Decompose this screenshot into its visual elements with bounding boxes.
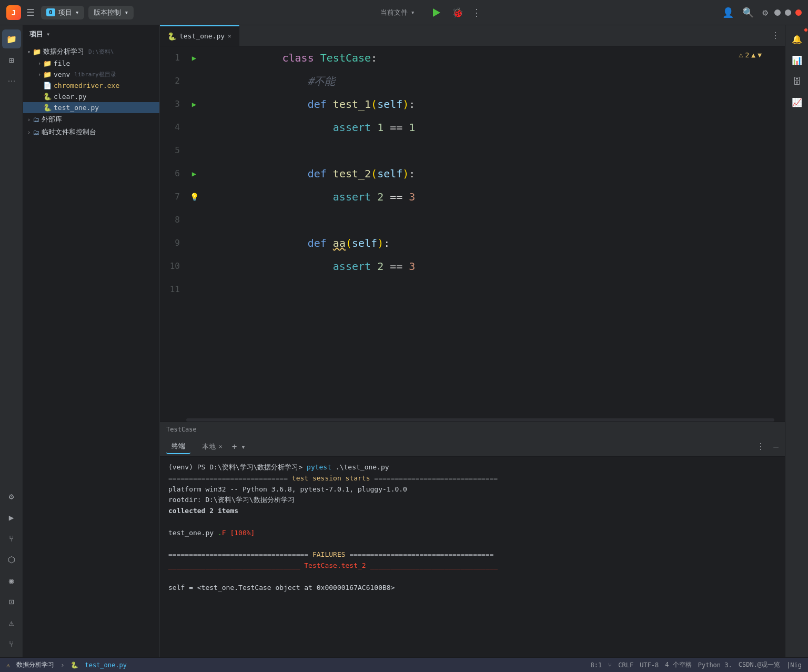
tree-chevron-icon: ›: [38, 61, 41, 66]
code-line-11: 11: [160, 278, 785, 301]
code-lines: 1 ▶ class TestCase: 2 #不能: [160, 46, 785, 422]
line-number-10: 10: [160, 255, 186, 278]
sidebar-item-packages[interactable]: ⬡: [2, 550, 21, 569]
bulb-icon[interactable]: 💡: [190, 185, 199, 208]
sidebar-item-git2[interactable]: ⑂: [2, 634, 21, 653]
search-button[interactable]: 🔍: [742, 7, 754, 18]
file-tree-header[interactable]: 项目 ▾: [23, 25, 159, 43]
current-file-selector[interactable]: 当前文件 ▾: [375, 6, 420, 19]
code-line-7: 7 💡 assert 2 == 3: [160, 185, 785, 208]
status-git-icon: ⑂: [608, 661, 612, 669]
vcs-selector[interactable]: 版本控制 ▾: [88, 6, 134, 19]
run-button[interactable]: [429, 5, 443, 20]
sidebar-item-run[interactable]: ▶: [2, 508, 21, 527]
sidebar-item-terminal[interactable]: ⊡: [2, 592, 21, 611]
terminal-chevron-icon[interactable]: ▾: [241, 443, 245, 451]
tab-more-button[interactable]: ⋮: [766, 25, 785, 46]
status-position[interactable]: 8:1: [591, 661, 602, 669]
run-gutter-icon-1[interactable]: ▶: [192, 46, 196, 69]
terminal-panel: 终端 本地 ✕ + ▾ ⋮ — (venv) PS D:\资料\学习\数据分析学…: [160, 436, 785, 657]
terminal-tab-bar: 终端 本地 ✕ + ▾ ⋮ —: [160, 437, 785, 457]
terminal-line-test-sep: ________________________________ TestCas…: [168, 560, 776, 571]
keyword-assert-10: assert: [333, 260, 371, 273]
line-gutter-1[interactable]: ▶: [186, 46, 202, 69]
tree-item-root-label: 数据分析学习: [43, 47, 84, 56]
status-file-label[interactable]: test_one.py: [85, 661, 126, 669]
tree-item-scratch-files-label: 临时文件和控制台: [42, 127, 96, 137]
tab-test-one-py[interactable]: 🐍 test_one.py ✕: [160, 25, 239, 46]
terminal-line-cmd: (venv) PS D:\资料\学习\数据分析学习> pytest .\test…: [168, 462, 776, 473]
hamburger-menu-icon[interactable]: ☰: [26, 7, 35, 18]
tree-item-test-one-py[interactable]: 🐍 test_one.py: [23, 102, 159, 113]
tree-item-clear-py[interactable]: 🐍 clear.py: [23, 91, 159, 102]
settings-button[interactable]: ⚙: [762, 7, 768, 18]
terminal-line-blank2: [168, 539, 776, 550]
code-line-10: 10 assert 2 == 3: [160, 255, 785, 278]
terminal-tab-close-button[interactable]: ✕: [219, 443, 223, 450]
project-selector[interactable]: 0 项目 ▾: [41, 6, 84, 19]
notification-button[interactable]: 🔔: [787, 29, 806, 48]
terminal-more-button[interactable]: ⋮: [756, 442, 765, 452]
sidebar-item-more[interactable]: ···: [2, 72, 21, 91]
user-icon[interactable]: 👤: [722, 7, 734, 18]
tree-item-chromedriver[interactable]: 📄 chromedriver.exe: [23, 80, 159, 91]
sidebar-item-preview[interactable]: ◉: [2, 571, 21, 590]
terminal-add-button[interactable]: +: [232, 442, 237, 452]
tab-spacer: [239, 25, 766, 46]
code-editor[interactable]: ⚠ 2 ▲ ▼ 1 ▶ class TestCase:: [160, 46, 785, 422]
terminal-separator-text: =============================: [168, 474, 292, 482]
tree-item-file[interactable]: › 📁 file: [23, 58, 159, 69]
terminal-minimize-button[interactable]: —: [773, 442, 779, 452]
more-options-button[interactable]: ⋮: [472, 7, 481, 18]
status-project-label[interactable]: 数据分析学习: [16, 660, 54, 669]
tab-close-button[interactable]: ✕: [228, 33, 231, 39]
tree-item-root[interactable]: ▾ 📁 数据分析学习 D:\资料\: [23, 45, 159, 58]
debug-button[interactable]: 🐞: [452, 7, 463, 18]
tree-chevron-icon: ›: [27, 129, 31, 135]
folder-icon: 📁: [43, 59, 52, 67]
line-gutter-6[interactable]: ▶: [186, 162, 202, 185]
status-encoding[interactable]: UTF-8: [640, 661, 659, 669]
window-controls: — □ ✕: [774, 9, 802, 16]
file-tree-chevron-icon: ▾: [46, 31, 50, 38]
analytics-button[interactable]: 📈: [787, 93, 806, 112]
right-sidebar: 🔔 📊 🗄 📈: [785, 25, 808, 657]
line-number-5: 5: [160, 139, 186, 162]
file-tree-title: 项目: [29, 29, 43, 39]
run-gutter-icon-3[interactable]: ▶: [192, 93, 196, 116]
sidebar-item-structure[interactable]: ⊞: [2, 51, 21, 69]
sidebar-item-settings[interactable]: ⚙: [2, 487, 21, 506]
status-line-ending[interactable]: CRLF: [618, 661, 633, 669]
minimize-button[interactable]: —: [774, 9, 781, 16]
sidebar-item-problems[interactable]: ⚠: [2, 613, 21, 632]
status-file-icon: 🐍: [70, 661, 78, 669]
line-gutter-3[interactable]: ▶: [186, 93, 202, 116]
horizontal-scrollbar[interactable]: [186, 418, 774, 422]
sidebar-item-project[interactable]: 📁: [2, 29, 21, 48]
tree-item-scratch-files[interactable]: › 🗂 临时文件和控制台: [23, 126, 159, 138]
terminal-platform-text: platform win32 -- Python 3.6.8, pytest-7…: [168, 485, 407, 493]
tree-item-external-libs-label: 外部库: [42, 115, 62, 124]
vcs-label: 版本控制: [94, 8, 121, 17]
warning-chevron-down-icon[interactable]: ▼: [758, 51, 762, 59]
sidebar-item-git[interactable]: ⑂: [2, 529, 21, 548]
tree-item-venv[interactable]: › 📁 venv library根目录: [23, 69, 159, 80]
tree-item-external-libs[interactable]: › 🗂 外部库: [23, 113, 159, 126]
terminal-tab-terminal[interactable]: 终端: [166, 439, 190, 454]
editor-area: 🐍 test_one.py ✕ ⋮ ⚠ 2 ▲ ▼ 1 ▶: [160, 25, 785, 657]
run-gutter-icon-6[interactable]: ▶: [192, 162, 196, 185]
py-file-icon: 🐍: [43, 93, 52, 101]
chart-button[interactable]: 📊: [787, 51, 806, 69]
status-python[interactable]: Python 3.: [698, 661, 732, 669]
line-gutter-7[interactable]: 💡: [186, 185, 202, 208]
database-button[interactable]: 🗄: [787, 72, 806, 91]
terminal-line-collected: collected 2 items: [168, 506, 776, 517]
status-breadcrumb-chevron: ›: [60, 661, 64, 669]
terminal-tab-local[interactable]: 本地 ✕: [197, 440, 228, 454]
maximize-button[interactable]: □: [785, 9, 791, 16]
project-chevron-icon: ▾: [75, 8, 79, 16]
warning-chevron-up-icon[interactable]: ▲: [751, 51, 755, 59]
close-button[interactable]: ✕: [795, 9, 802, 16]
terminal-line-blank3: [168, 571, 776, 583]
status-indent[interactable]: 4 个空格: [665, 660, 691, 669]
